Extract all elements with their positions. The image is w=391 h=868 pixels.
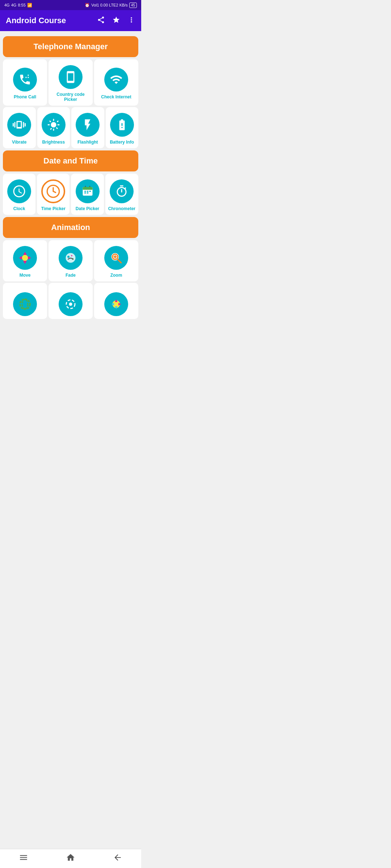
rotate2-icon-circle — [59, 292, 83, 316]
check-internet-label: Check Internet — [101, 94, 131, 99]
date-time-label: Date and Time — [43, 156, 98, 165]
status-time: 8:55 — [18, 3, 25, 7]
fade-label: Fade — [66, 273, 76, 278]
svg-point-28 — [69, 303, 72, 306]
signal-4g-1: 4G — [4, 3, 10, 7]
animation-row-1: Move Fade — [3, 240, 138, 281]
svg-rect-3 — [83, 189, 92, 190]
flashlight-label: Flashlight — [77, 140, 98, 145]
signal-4g-2: 4G — [11, 3, 17, 7]
content: Telephone Manager Phone Call Country cod… — [0, 31, 141, 346]
check-internet-icon-circle — [104, 68, 128, 92]
date-picker-icon-circle — [76, 179, 100, 203]
svg-marker-13 — [23, 261, 27, 264]
clock-icon-circle — [7, 179, 31, 203]
flashlight-item[interactable]: Flashlight — [71, 107, 104, 148]
country-code-item[interactable]: Country code Picker — [49, 59, 93, 106]
telephone-row-2: Vibrate Brightness Flashlight Battery In… — [3, 107, 138, 148]
star-icon[interactable] — [112, 16, 120, 26]
telephone-manager-header: Telephone Manager — [3, 36, 138, 57]
animation-label: Animation — [51, 223, 90, 232]
status-right: ⏰ Vol1 0.00 LTE2 KB/s 45 — [85, 3, 137, 8]
battery-info-item[interactable]: Battery Info — [106, 107, 139, 148]
phone-call-icon-circle — [13, 68, 37, 92]
rotate2-item[interactable] — [49, 283, 93, 319]
move-icon — [18, 251, 32, 265]
translate-icon-circle — [104, 292, 128, 316]
zoom-item[interactable]: Zoom — [94, 240, 138, 281]
flashlight-icon — [81, 118, 94, 131]
phone-call-label: Phone Call — [14, 94, 36, 99]
vibrate-label: Vibrate — [12, 140, 26, 145]
share-icon[interactable] — [97, 16, 105, 26]
rotate2-icon — [64, 298, 77, 311]
svg-marker-15 — [28, 256, 31, 260]
time-picker-item[interactable]: Time Picker — [37, 174, 70, 215]
status-left: 4G 4G 8:55 📶 — [4, 3, 32, 8]
app-bar: Android Course — [0, 10, 141, 31]
svg-point-17 — [67, 256, 70, 258]
brightness-item[interactable]: Brightness — [37, 107, 70, 148]
brightness-icon-circle — [42, 113, 66, 137]
chronometer-label: Chronometer — [108, 206, 135, 211]
rotate-icon — [18, 298, 31, 311]
vibrate-icon-circle — [7, 113, 31, 137]
datetime-row-1: Clock Time Picker — [3, 174, 138, 215]
svg-rect-8 — [89, 191, 91, 192]
phone-call-icon — [18, 73, 31, 86]
vibrate-item[interactable]: Vibrate — [3, 107, 36, 148]
check-internet-item[interactable]: Check Internet — [94, 59, 138, 106]
svg-rect-7 — [87, 191, 88, 192]
vibrate-icon — [13, 118, 26, 131]
alarm-icon: ⏰ — [85, 3, 90, 8]
check-internet-icon — [110, 73, 123, 86]
zoom-icon — [110, 251, 123, 264]
headphone-icon: 📶 — [27, 3, 32, 8]
time-picker-icon — [46, 184, 60, 199]
clock-icon — [13, 185, 26, 198]
clock-label: Clock — [13, 206, 25, 211]
svg-rect-9 — [84, 192, 86, 193]
svg-point-18 — [71, 255, 72, 256]
telephone-manager-label: Telephone Manager — [34, 42, 108, 51]
fade-icon — [64, 251, 77, 264]
chronometer-icon — [115, 185, 128, 198]
phone-call-item[interactable]: Phone Call — [3, 59, 47, 106]
app-title: Android Course — [6, 16, 66, 25]
battery-info-icon — [115, 118, 129, 131]
svg-point-26 — [22, 299, 28, 309]
svg-marker-14 — [19, 256, 22, 260]
svg-point-11 — [22, 255, 28, 261]
translate-item[interactable] — [94, 283, 138, 319]
rotate-item[interactable] — [3, 283, 47, 319]
telephone-row-1: Phone Call Country code Picker Check Int… — [3, 59, 138, 106]
date-picker-label: Date Picker — [76, 206, 99, 211]
move-item[interactable]: Move — [3, 240, 47, 281]
animation-row-2 — [3, 283, 138, 319]
battery-info-icon-circle — [110, 113, 134, 137]
battery-status: 45 — [129, 3, 137, 8]
time-picker-label: Time Picker — [41, 206, 66, 211]
country-code-icon — [64, 71, 77, 84]
status-bar: 4G 4G 8:55 📶 ⏰ Vol1 0.00 LTE2 KB/s 45 — [0, 0, 141, 10]
more-options-icon[interactable] — [127, 16, 135, 26]
battery-info-label: Battery Info — [110, 140, 134, 145]
svg-point-25 — [20, 299, 30, 309]
svg-marker-12 — [23, 252, 27, 255]
fade-item[interactable]: Fade — [49, 240, 93, 281]
zoom-label: Zoom — [110, 273, 122, 278]
network-info: Vol1 0.00 LTE2 KB/s — [91, 3, 128, 7]
translate-icon — [110, 298, 123, 311]
brightness-icon — [47, 118, 60, 131]
zoom-icon-circle — [104, 246, 128, 270]
fade-icon-circle — [59, 246, 83, 270]
animation-header: Animation — [3, 217, 138, 238]
country-code-label: Country code Picker — [51, 92, 90, 102]
brightness-label: Brightness — [42, 140, 65, 145]
date-picker-item[interactable]: Date Picker — [71, 174, 104, 215]
svg-rect-6 — [84, 191, 86, 192]
clock-item[interactable]: Clock — [3, 174, 35, 215]
svg-rect-10 — [87, 192, 88, 193]
move-label: Move — [20, 273, 31, 278]
chronometer-item[interactable]: Chronometer — [105, 174, 138, 215]
